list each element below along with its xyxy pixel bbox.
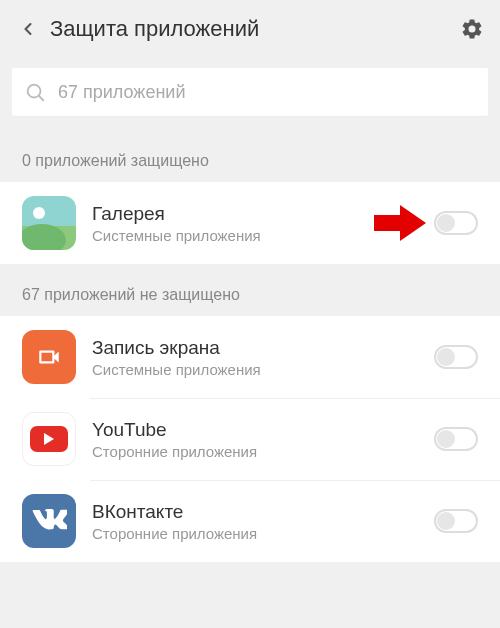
app-name: YouTube xyxy=(92,419,434,441)
annotation-arrow xyxy=(374,205,428,241)
svg-line-1 xyxy=(39,96,43,100)
app-name: ВКонтакте xyxy=(92,501,434,523)
app-row-recorder[interactable]: Запись экрана Системные приложения xyxy=(0,316,500,398)
protected-list: Галерея Системные приложения xyxy=(0,182,500,264)
app-row-youtube[interactable]: YouTube Сторонние приложения xyxy=(0,398,500,480)
toggle-recorder[interactable] xyxy=(434,345,478,369)
app-row-gallery[interactable]: Галерея Системные приложения xyxy=(0,182,500,264)
app-icon-recorder xyxy=(22,330,76,384)
toggle-vk[interactable] xyxy=(434,509,478,533)
search-input[interactable]: 67 приложений xyxy=(12,68,488,116)
app-icon-vk xyxy=(22,494,76,548)
back-icon[interactable] xyxy=(14,19,42,39)
toggle-youtube[interactable] xyxy=(434,427,478,451)
section-header-protected: 0 приложений защищено xyxy=(0,130,500,182)
gear-icon[interactable] xyxy=(458,17,486,41)
app-subtitle: Сторонние приложения xyxy=(92,525,434,542)
app-subtitle: Сторонние приложения xyxy=(92,443,434,460)
app-text: YouTube Сторонние приложения xyxy=(92,419,434,460)
section-header-unprotected: 67 приложений не защищено xyxy=(0,264,500,316)
app-name: Запись экрана xyxy=(92,337,434,359)
app-row-vk[interactable]: ВКонтакте Сторонние приложения xyxy=(0,480,500,562)
app-icon-youtube xyxy=(22,412,76,466)
search-icon xyxy=(24,81,46,103)
app-icon-gallery xyxy=(22,196,76,250)
app-text: Запись экрана Системные приложения xyxy=(92,337,434,378)
header: Защита приложений xyxy=(0,0,500,58)
toggle-gallery[interactable] xyxy=(434,211,478,235)
unprotected-list: Запись экрана Системные приложения YouTu… xyxy=(0,316,500,562)
search-placeholder: 67 приложений xyxy=(58,82,185,103)
app-text: ВКонтакте Сторонние приложения xyxy=(92,501,434,542)
app-subtitle: Системные приложения xyxy=(92,361,434,378)
page-title: Защита приложений xyxy=(50,16,458,42)
